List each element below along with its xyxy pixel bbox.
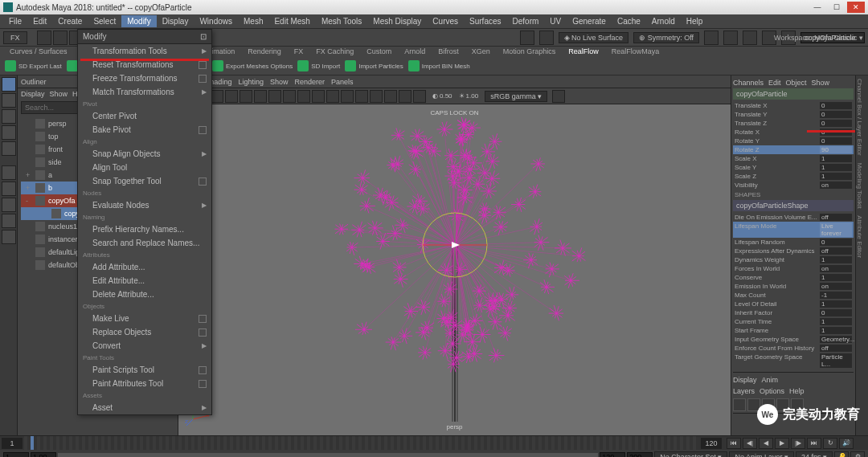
menu-create[interactable]: Create — [52, 15, 88, 27]
menu-curves[interactable]: Curves — [427, 15, 464, 27]
frame-field[interactable]: 1 — [2, 438, 23, 449]
menu-edit-mesh[interactable]: Edit Mesh — [268, 15, 315, 27]
menu-item-snap-align-objects[interactable]: Snap Align Objects▶ — [78, 147, 211, 161]
menu-item-edit-attribute-[interactable]: Edit Attribute... — [78, 274, 211, 288]
layout-icon[interactable] — [2, 214, 16, 228]
menu-item-center-pivot[interactable]: Center Pivot — [78, 109, 211, 123]
menu-help[interactable]: Help — [681, 15, 709, 27]
right-tab-strip[interactable]: Channel Box / Layer Editor Modeling Tool… — [855, 75, 868, 435]
close-button[interactable]: ✕ — [847, 2, 865, 13]
layer-icon[interactable] — [733, 398, 746, 411]
channel-attr[interactable]: Visibilityon — [733, 181, 854, 190]
outliner-menu-display[interactable]: Display — [21, 90, 45, 98]
shelf-tab[interactable]: Custom — [362, 47, 396, 58]
tear-off-icon[interactable]: ⊡ — [200, 32, 207, 41]
layers-menu[interactable]: Layers — [733, 387, 755, 395]
char-set-select[interactable]: No Character Set ▾ — [654, 451, 727, 457]
shelf-tab[interactable]: Bifrost — [433, 47, 464, 58]
vp-icon[interactable] — [552, 90, 565, 103]
layout-icon[interactable] — [2, 198, 16, 212]
menu-item-paint-scripts-tool[interactable]: Paint Scripts Tool — [78, 363, 211, 377]
shelf-tab[interactable]: Motion Graphics — [498, 47, 561, 58]
menu-item-match-transformations[interactable]: Match Transformations▶ — [78, 85, 211, 99]
layout-icon[interactable] — [2, 182, 16, 196]
channel-attr[interactable]: Scale X1 — [733, 154, 854, 163]
cb-tab-channels[interactable]: Channels — [733, 79, 764, 87]
scale-tool-icon[interactable] — [2, 141, 16, 156]
vp-icon[interactable] — [312, 90, 325, 103]
channel-attr[interactable]: Scale Z1 — [733, 172, 854, 181]
channel-attr[interactable]: Dynamics Weight1 — [733, 255, 854, 264]
channel-attr[interactable]: Scale Y1 — [733, 163, 854, 172]
menu-file[interactable]: File — [3, 15, 27, 27]
fps-select[interactable]: 24 fps ▾ — [796, 451, 833, 457]
layers-tab-display[interactable]: Display — [733, 376, 757, 384]
menu-mesh-tools[interactable]: Mesh Tools — [316, 15, 367, 27]
autokey-button[interactable]: 🔑 — [834, 451, 849, 457]
shelf-tab[interactable]: FX Caching — [311, 47, 358, 58]
step-back-button[interactable]: ◀| — [743, 438, 757, 449]
shelf-button[interactable]: Import Particles — [345, 60, 403, 71]
menu-modify[interactable]: Modify — [121, 15, 156, 27]
menu-select[interactable]: Select — [88, 15, 121, 27]
vp-icon[interactable] — [384, 90, 397, 103]
shelf-tab[interactable]: Rendering — [243, 47, 286, 58]
vp-icon[interactable] — [211, 90, 223, 103]
range-end-field2[interactable] — [627, 452, 653, 457]
vp-menu[interactable]: Panels — [331, 78, 354, 86]
select-tool-icon[interactable] — [2, 77, 16, 92]
minimize-button[interactable]: — — [809, 2, 826, 13]
vp-icon[interactable] — [341, 90, 354, 103]
cb-tab-edit[interactable]: Edit — [768, 79, 781, 87]
menu-item-transformation-tools[interactable]: Transformation Tools▶ — [78, 44, 211, 58]
layers-menu[interactable]: Help — [789, 387, 805, 395]
menu-cache[interactable]: Cache — [612, 15, 646, 27]
vp-icon[interactable] — [254, 90, 267, 103]
layers-menu[interactable]: Options — [760, 387, 784, 395]
vp-icon[interactable] — [399, 90, 411, 103]
colorspace-select[interactable]: sRGB gamma ▾ — [485, 91, 547, 102]
menu-item-snap-together-tool[interactable]: Snap Together Tool — [78, 174, 211, 188]
range-end-field[interactable] — [600, 452, 625, 457]
channel-attr[interactable]: Translate Z0 — [733, 119, 854, 128]
layout-icon[interactable] — [2, 230, 16, 244]
menu-surfaces[interactable]: Surfaces — [464, 15, 506, 27]
shelf-tab[interactable]: RealFlowMaya — [607, 47, 665, 58]
menu-item-bake-pivot[interactable]: Bake Pivot — [78, 123, 211, 137]
render-icon[interactable] — [704, 31, 719, 45]
audio-button[interactable]: 🔊 — [839, 438, 854, 449]
range-start-field2[interactable] — [31, 452, 56, 457]
shelf-tab[interactable]: RealFlow — [563, 47, 604, 58]
lasso-tool-icon[interactable] — [2, 93, 16, 108]
menu-display[interactable]: Display — [157, 15, 194, 27]
channel-attr[interactable]: Translate Y0 — [733, 110, 854, 119]
vp-menu[interactable]: Lighting — [238, 78, 264, 86]
channel-attr[interactable]: Max Count-1 — [733, 291, 854, 300]
shelf-button[interactable]: Import BIN Mesh — [408, 60, 470, 71]
channel-attr[interactable]: Current Time1 — [733, 317, 854, 326]
play-button[interactable]: ▶ — [775, 438, 789, 449]
menu-item-convert[interactable]: Convert▶ — [78, 339, 211, 353]
render-icon[interactable] — [743, 31, 757, 45]
vp-icon[interactable] — [326, 90, 339, 103]
channel-attr[interactable]: Target Geometry SpaceParticle L... — [733, 353, 854, 369]
toolbar-icon[interactable] — [37, 31, 51, 45]
time-slider-track[interactable] — [24, 436, 699, 450]
channel-attr[interactable]: Start Frame1 — [733, 326, 854, 335]
menu-item-search-and-replace-names-[interactable]: Search and Replace Names... — [78, 236, 211, 250]
symmetry-toggle[interactable]: ⊕ Symmetry: Off — [633, 32, 699, 43]
step-fwd-button[interactable]: |▶ — [791, 438, 805, 449]
workspace-selector[interactable]: Workspace: Maya Classic ▾ — [774, 34, 863, 42]
layers-tab-anim[interactable]: Anim — [762, 376, 779, 384]
menu-item-paint-attributes-tool[interactable]: Paint Attributes Tool — [78, 377, 211, 390]
channel-attr[interactable]: Lifespan ModeLive forever — [733, 222, 854, 238]
render-icon[interactable] — [539, 31, 554, 45]
toolbar-icon[interactable] — [53, 31, 68, 45]
rotate-tool-icon[interactable] — [2, 125, 16, 140]
menu-item-freeze-transformations[interactable]: Freeze Transformations — [78, 71, 211, 85]
shelf-button[interactable]: SD Export Last — [5, 60, 62, 71]
menu-arnold[interactable]: Arnold — [646, 15, 681, 27]
range-start-field[interactable] — [3, 452, 29, 457]
menu-item-replace-objects[interactable]: Replace Objects — [78, 325, 211, 339]
channel-attr[interactable]: Forces In Worldon — [733, 264, 854, 273]
